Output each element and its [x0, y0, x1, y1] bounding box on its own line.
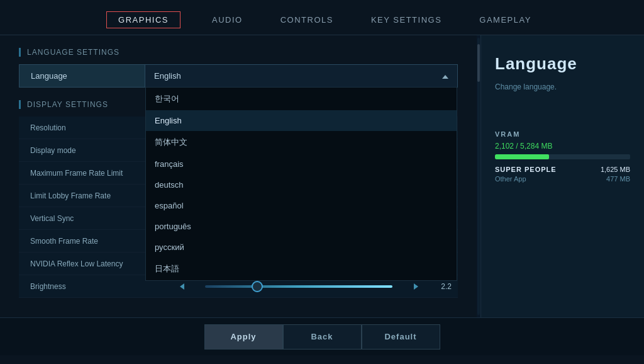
vram-bar-fill: [495, 154, 549, 159]
language-option-en[interactable]: English: [146, 110, 457, 131]
other-app-label: Other App: [495, 175, 526, 183]
apply-button[interactable]: Apply: [204, 324, 283, 350]
language-option-pt[interactable]: português: [146, 216, 457, 237]
brightness-label: Brightness: [19, 282, 170, 291]
tab-gameplay[interactable]: GAMEPLAY: [473, 11, 538, 28]
language-label: Language: [19, 65, 145, 87]
vram-other-row: Other App 477 MB: [495, 175, 630, 183]
vram-super-people-row: SUPER PEOPLE 1,625 MB: [495, 166, 630, 173]
vram-label: VRAM: [495, 130, 630, 138]
language-dropdown-menu: 한국어 English 简体中文 français deutsch españo…: [145, 87, 457, 281]
top-navigation: GRAPHICS AUDIO CONTROLS KEY SETTINGS GAM…: [0, 0, 644, 35]
chevron-up-icon: [442, 71, 448, 81]
language-section-label: Language Settings: [27, 48, 119, 57]
brightness-thumb[interactable]: [252, 281, 263, 292]
tab-audio[interactable]: AUDIO: [206, 11, 249, 28]
bottom-bar: Apply Back Default: [0, 317, 644, 355]
tab-graphics[interactable]: GRAPHICS: [106, 11, 180, 28]
super-people-label: SUPER PEOPLE: [495, 166, 557, 173]
language-option-ru[interactable]: русский: [146, 237, 457, 258]
main-content: Language Settings Language English 한국어 E…: [0, 35, 644, 317]
language-section-header: Language Settings: [19, 48, 458, 57]
brightness-right-arrow[interactable]: [410, 281, 421, 292]
language-current-value: English: [154, 71, 181, 81]
language-option-es[interactable]: español: [146, 195, 457, 216]
display-section-bar: [19, 100, 21, 109]
tab-key-settings[interactable]: KEY SETTINGS: [365, 11, 448, 28]
language-dropdown-button[interactable]: English: [145, 65, 457, 87]
tab-controls[interactable]: CONTROLS: [274, 11, 340, 28]
brightness-slider[interactable]: [205, 285, 392, 288]
language-option-ja[interactable]: 日本語: [146, 258, 457, 280]
back-button[interactable]: Back: [283, 324, 362, 350]
info-description: Change language.: [495, 81, 630, 93]
info-title: Language: [495, 54, 630, 74]
vram-value: 2,102 / 5,284 MB: [495, 142, 630, 151]
brightness-left-arrow[interactable]: [176, 281, 187, 292]
language-option-zh[interactable]: 简体中文: [146, 131, 457, 154]
vram-section: VRAM 2,102 / 5,284 MB SUPER PEOPLE 1,625…: [495, 130, 630, 183]
super-people-mb: 1,625 MB: [601, 166, 630, 173]
display-section-label: Display Settings: [27, 100, 108, 109]
language-option-de[interactable]: deutsch: [146, 174, 457, 195]
section-bar: [19, 48, 21, 57]
language-row[interactable]: Language English 한국어 English 简体中文 frança…: [19, 64, 458, 88]
vram-bar-background: [495, 154, 630, 159]
default-button[interactable]: Default: [362, 324, 440, 350]
language-option-fr[interactable]: français: [146, 154, 457, 174]
settings-panel: Language Settings Language English 한국어 E…: [0, 35, 477, 317]
brightness-value: 2.2: [434, 282, 452, 291]
scroll-track[interactable]: [477, 38, 480, 315]
language-option-ko[interactable]: 한국어: [146, 88, 457, 110]
other-app-mb: 477 MB: [606, 175, 630, 183]
scroll-thumb[interactable]: [477, 44, 480, 82]
brightness-control[interactable]: 2.2: [170, 281, 458, 292]
info-panel: Language Change language. VRAM 2,102 / 5…: [480, 35, 644, 317]
